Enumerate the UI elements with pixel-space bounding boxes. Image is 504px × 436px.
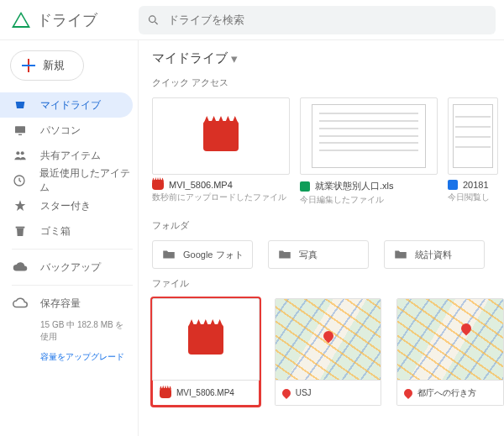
svg-rect-2 [15, 126, 25, 133]
sidebar-item-my-drive[interactable]: マイドライブ [0, 92, 133, 118]
svg-rect-7 [16, 227, 25, 229]
sidebar-item-trash[interactable]: ゴミ箱 [0, 218, 133, 244]
files-row: MVI_5806.MP4 USJ 都庁への行き方 [152, 298, 504, 406]
sidebar-item-starred[interactable]: スター付き [0, 193, 133, 218]
quick-access-card[interactable]: 20181 今日閲覧し [448, 97, 498, 206]
folder-chip[interactable]: 写真 [268, 240, 369, 269]
folders-heading: フォルダ [152, 219, 504, 232]
storage-usage: 15 GB 中 182.8 MB を使用 [0, 316, 138, 343]
video-icon [203, 121, 239, 151]
svg-point-0 [150, 15, 156, 22]
star-icon [12, 197, 29, 214]
cloud-outline-icon [12, 295, 29, 312]
sidebar-item-label: 最近使用したアイテム [39, 166, 133, 195]
sidebar-item-label: パソコン [40, 123, 81, 138]
file-label: MVI_5806.MP4 [176, 388, 234, 397]
sheets-icon [300, 181, 310, 192]
sidebar-item-computers[interactable]: パソコン [0, 118, 133, 143]
quick-thumb-doc [448, 97, 498, 175]
svg-rect-3 [18, 134, 22, 135]
video-icon [188, 324, 223, 355]
folders-row: Google フォト 写真 統計資料 [152, 240, 504, 269]
file-card[interactable]: MVI_5806.MP4 [152, 298, 260, 406]
main-content: マイドライブ ▾ クイック アクセス MVI_5806.MP4 数秒前にアップロ… [139, 40, 504, 436]
folder-label: Google フォト [183, 249, 244, 261]
quick-access-heading: クイック アクセス [152, 76, 504, 89]
folder-label: 統計資料 [415, 249, 452, 261]
map-pin-icon [402, 386, 414, 398]
trash-icon [12, 223, 29, 239]
quick-title: 20181 [463, 180, 489, 190]
folder-label: 写真 [299, 249, 318, 261]
sidebar-item-storage[interactable]: 保存容量 [0, 291, 133, 316]
quick-title: 就業状態別人口.xls [315, 180, 394, 192]
sidebar-separator [12, 249, 133, 250]
app-brand[interactable]: ドライブ [0, 10, 139, 30]
file-thumb-video [152, 298, 260, 381]
drive-logo-icon [12, 12, 30, 29]
map-pin-icon [281, 386, 292, 398]
quick-subtitle: 今日閲覧し [448, 192, 498, 203]
sidebar-item-label: 共有アイテム [40, 149, 101, 163]
quick-access-card[interactable]: 就業状態別人口.xls 今日編集したファイル [300, 97, 438, 206]
sidebar: 新規 マイドライブ パソコン 共有アイテム 最近使用したアイテム スター付き ゴ… [0, 40, 139, 436]
cloud-icon [12, 259, 29, 276]
breadcrumb[interactable]: マイドライブ ▾ [152, 50, 504, 66]
plus-icon [21, 58, 36, 73]
file-thumb-map [396, 298, 504, 381]
chevron-down-icon: ▾ [231, 51, 238, 66]
video-icon [160, 388, 171, 398]
files-heading: ファイル [152, 277, 504, 290]
svg-line-1 [155, 21, 157, 24]
people-icon [12, 147, 29, 164]
storage-upgrade-link[interactable]: 容量をアップグレード [0, 348, 138, 363]
quick-subtitle: 今日編集したファイル [300, 194, 438, 206]
breadcrumb-label: マイドライブ [152, 50, 228, 66]
folder-chip[interactable]: 統計資料 [384, 240, 485, 269]
sidebar-item-label: バックアップ [40, 260, 101, 275]
drive-icon [12, 97, 29, 113]
new-button[interactable]: 新規 [10, 50, 84, 81]
file-thumb-map [275, 298, 382, 381]
quick-access-card[interactable]: MVI_5806.MP4 数秒前にアップロードしたファイル [152, 97, 290, 206]
folder-icon [161, 247, 176, 262]
new-button-label: 新規 [43, 58, 65, 73]
svg-point-4 [16, 151, 19, 155]
folder-icon [393, 247, 408, 262]
folder-icon [277, 247, 292, 262]
quick-access-row: MVI_5806.MP4 数秒前にアップロードしたファイル 就業状態別人口.xl… [152, 97, 504, 206]
folder-chip[interactable]: Google フォト [152, 240, 253, 269]
quick-subtitle: 数秒前にアップロードしたファイル [152, 192, 290, 203]
file-card[interactable]: USJ [275, 298, 382, 406]
map-pin-icon [322, 329, 336, 344]
app-name: ドライブ [37, 10, 97, 30]
clock-icon [12, 172, 28, 189]
quick-thumb-doc [300, 97, 438, 175]
quick-thumb-video [152, 97, 290, 175]
sidebar-item-recent[interactable]: 最近使用したアイテム [0, 168, 133, 193]
sidebar-item-shared[interactable]: 共有アイテム [0, 143, 133, 168]
file-label: 都庁への行き方 [417, 387, 476, 399]
map-pin-icon [459, 321, 473, 335]
video-icon [152, 180, 164, 190]
sidebar-item-label: ゴミ箱 [40, 224, 71, 239]
svg-point-5 [21, 151, 24, 155]
docs-icon [448, 180, 458, 190]
search-input[interactable] [166, 13, 487, 27]
sidebar-item-label: スター付き [40, 199, 91, 213]
sidebar-item-label: 保存容量 [40, 297, 81, 311]
sidebar-item-label: マイドライブ [40, 98, 101, 113]
computer-icon [12, 122, 29, 139]
file-label: USJ [296, 388, 312, 397]
file-card[interactable]: 都庁への行き方 [396, 298, 504, 406]
app-header: ドライブ [0, 0, 504, 40]
quick-title: MVI_5806.MP4 [169, 180, 233, 190]
search-icon [147, 13, 160, 27]
search-bar[interactable] [139, 6, 496, 34]
sidebar-item-backup[interactable]: バックアップ [0, 255, 133, 280]
sidebar-separator [12, 285, 133, 286]
